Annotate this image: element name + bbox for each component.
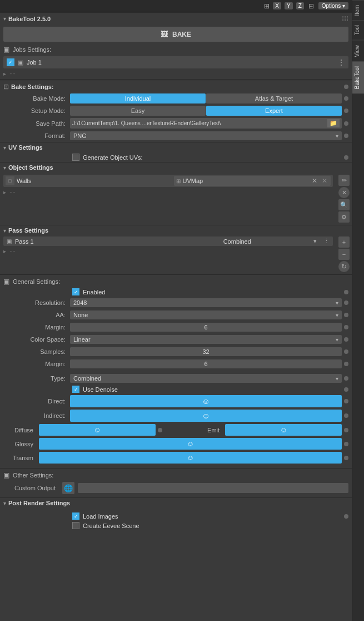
- direct-dot: [344, 399, 348, 403]
- uv-map-section[interactable]: ⊞ UVMap ✕ ✕: [174, 176, 331, 186]
- object-item-row[interactable]: □ Walls ⊞ UVMap ✕ ✕: [3, 175, 333, 187]
- edit-button[interactable]: ✏: [338, 175, 350, 186]
- bake-mode-label: Bake Mode:: [3, 95, 70, 102]
- uv-close-button[interactable]: ✕: [311, 177, 318, 185]
- format-select[interactable]: PNG ▾: [70, 131, 342, 140]
- post-render-header[interactable]: ▾ Post Render Settings: [0, 497, 352, 508]
- expert-btn[interactable]: Expert: [206, 106, 342, 116]
- uv-map-name: UVMap: [183, 178, 309, 184]
- general-settings-row: ▣ General Settings:: [0, 276, 352, 287]
- tab-tool[interactable]: Tool: [352, 20, 364, 40]
- object-icon: □: [6, 176, 14, 185]
- pass-add-btn[interactable]: ⋮: [323, 238, 330, 245]
- margin-label: Margin:: [3, 324, 70, 331]
- z-btn[interactable]: Z: [296, 2, 304, 9]
- format-value: PNG: [73, 132, 336, 139]
- bake-button[interactable]: 🖼 BAKE: [3, 27, 348, 42]
- create-eevee-label: Create Eevee Scene: [83, 523, 139, 529]
- aa-select[interactable]: None ▾: [70, 310, 342, 319]
- custom-output-bar: [78, 483, 348, 493]
- save-path-field[interactable]: J:\1CurrentTemp\1. Queens ...erTextureRE…: [70, 118, 342, 129]
- resolution-dot: [344, 300, 348, 305]
- object-settings-header[interactable]: ▾ Object Settings: [0, 162, 352, 172]
- x-btn[interactable]: X: [273, 2, 281, 9]
- load-images-checkbox[interactable]: ✓: [72, 512, 79, 520]
- jobs-label: Jobs Settings:: [13, 46, 51, 53]
- pass-refresh-btn[interactable]: ↻: [338, 261, 350, 272]
- post-render-arrow: ▾: [3, 500, 6, 506]
- pass-item-row[interactable]: ▣ Pass 1 Combined ▾ ⋮: [3, 236, 333, 246]
- emit-label: Emit: [201, 427, 223, 433]
- general-settings-icon: ▣: [3, 278, 9, 285]
- bake-settings-header[interactable]: ⊡ Bake Settings:: [0, 81, 352, 92]
- pass-minus-btn[interactable]: −: [338, 249, 350, 260]
- custom-output-button[interactable]: 🌐: [62, 482, 74, 494]
- format-row: Format: PNG ▾: [0, 130, 352, 142]
- custom-output-icon: 🌐: [64, 484, 73, 492]
- resolution-select[interactable]: 2048 ▾: [70, 298, 342, 307]
- baketool-header[interactable]: ▾ BakeTool 2.5.0 ⁞⁞⁞: [0, 12, 352, 24]
- options-button[interactable]: Options ▾: [318, 2, 348, 9]
- direct-field[interactable]: ☺: [70, 395, 342, 407]
- use-denoise-label: Use Denoise: [83, 386, 118, 393]
- generate-uvs-row: Generate Object UVs:: [0, 152, 352, 162]
- bake-label: BAKE: [172, 31, 191, 38]
- colorspace-select[interactable]: Linear ▾: [70, 335, 342, 344]
- pass-settings-content: ▣ Pass 1 Combined ▾ ⋮ ▸ ···· + − ↻: [0, 235, 352, 273]
- margin-field[interactable]: 6: [70, 323, 342, 332]
- pass-expand-row[interactable]: ▸ ····: [0, 247, 336, 255]
- indirect-field[interactable]: ☺: [70, 410, 342, 422]
- object-expand-arrow: ▸: [3, 189, 6, 195]
- bake-mode-buttons: Individual Atlas & Target: [70, 93, 342, 103]
- use-denoise-checkbox[interactable]: ✓: [72, 386, 79, 393]
- transm-dot: [344, 456, 348, 460]
- glossy-button[interactable]: ☺: [39, 438, 342, 450]
- aa-label: AA:: [3, 312, 70, 318]
- transm-button[interactable]: ☺: [39, 452, 342, 464]
- close-button[interactable]: ✕: [338, 187, 350, 198]
- easy-btn[interactable]: Easy: [70, 106, 206, 116]
- job-checkbox[interactable]: ✓: [7, 58, 14, 66]
- object-expand-row[interactable]: ▸ ····: [0, 188, 336, 196]
- bake-settings-title: Bake Settings:: [11, 83, 53, 90]
- margin2-field[interactable]: 6: [70, 359, 342, 368]
- pass-arrow: ▾: [3, 228, 6, 234]
- uv-remove-button[interactable]: ✕: [321, 177, 328, 185]
- job-item[interactable]: ✓ ▣ Job 1 ⋮: [3, 56, 348, 68]
- aa-value: None: [73, 312, 336, 318]
- samples-field[interactable]: 32: [70, 347, 342, 356]
- pass-plus-btn[interactable]: +: [338, 236, 350, 248]
- custom-output-row: Custom Output 🌐: [0, 481, 352, 495]
- uv-settings-header[interactable]: ▾ UV Settings: [0, 142, 352, 152]
- margin2-row: Margin: 6: [0, 358, 352, 370]
- folder-button[interactable]: 📁: [327, 119, 340, 127]
- right-tabs: Item Tool View BakeTool: [352, 0, 364, 621]
- baketool-grid-icon: ⁞⁞⁞: [342, 14, 348, 23]
- tab-item[interactable]: Item: [352, 0, 364, 20]
- generate-uvs-checkbox[interactable]: [72, 154, 79, 161]
- glossy-icon: ☺: [187, 440, 194, 448]
- custom-output-label: Custom Output: [3, 485, 59, 491]
- pass-settings-header[interactable]: ▾ Pass Settings: [0, 225, 352, 235]
- tab-baketool[interactable]: BakeTool: [352, 61, 364, 93]
- gear-button[interactable]: ⚙: [338, 211, 350, 223]
- colorspace-value: Linear: [73, 336, 336, 343]
- emit-button[interactable]: ☺: [225, 424, 342, 436]
- y-btn[interactable]: Y: [285, 2, 293, 9]
- tab-view[interactable]: View: [352, 40, 364, 62]
- generate-uvs-dot: [344, 155, 348, 160]
- individual-btn[interactable]: Individual: [70, 93, 206, 103]
- resolution-value: 2048: [73, 299, 336, 306]
- margin-dot: [344, 325, 348, 329]
- type-select[interactable]: Combined ▾: [70, 374, 342, 383]
- direct-row: Direct: ☺: [0, 394, 352, 408]
- diffuse-button[interactable]: ☺: [39, 424, 156, 436]
- create-eevee-checkbox[interactable]: [72, 522, 79, 529]
- jobs-expand-row[interactable]: ▸ ····: [0, 70, 352, 78]
- pass-sidebar: + − ↻: [336, 235, 352, 273]
- enabled-checkbox[interactable]: ✓: [72, 288, 79, 295]
- atlas-target-btn[interactable]: Atlas & Target: [206, 93, 342, 103]
- job-options-dot[interactable]: ⋮: [337, 58, 345, 67]
- search-button[interactable]: 🔍: [338, 199, 350, 210]
- setup-mode-row: Setup Mode: Easy Expert: [0, 105, 352, 117]
